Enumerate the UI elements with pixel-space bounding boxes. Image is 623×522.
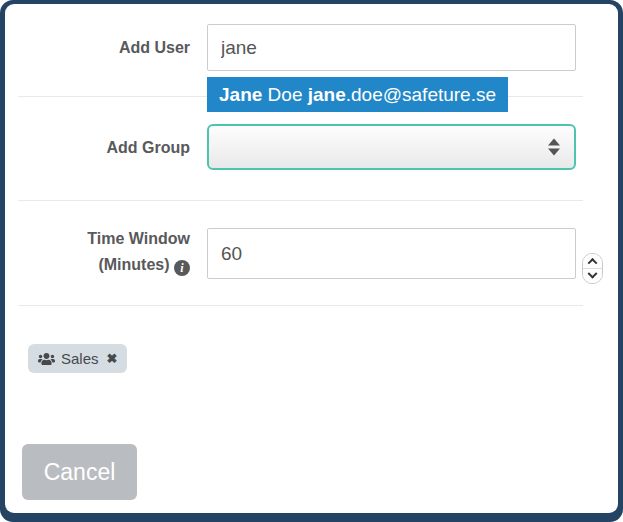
cancel-button[interactable]: Cancel [22,444,137,500]
divider [18,305,583,306]
add-group-label: Add Group [0,135,190,160]
chevron-up-icon [588,257,598,267]
group-tag-sales: Sales ✖ [28,344,127,373]
select-arrows-icon [548,139,560,156]
spinner-down-button[interactable] [583,269,602,283]
users-icon [38,352,55,366]
time-window-label-line2: (Minutes) [98,256,169,273]
spinner-up-button[interactable] [583,254,602,269]
suggestion-name-rest: Doe [262,84,307,105]
add-user-label: Add User [0,35,190,60]
tag-remove-icon[interactable]: ✖ [107,351,118,366]
tag-label: Sales [61,350,99,367]
add-group-select[interactable] [207,124,576,170]
user-suggestion-item[interactable]: Jane Doe jane.doe@safeture.se [207,77,508,112]
time-window-input[interactable] [207,228,576,279]
chevron-down-icon [588,268,598,278]
time-window-label: Time Window (Minutes) i [0,226,190,278]
info-icon[interactable]: i [174,260,190,276]
divider [18,200,583,201]
number-spinner [582,253,603,284]
suggestion-email-match: jane [308,84,346,105]
suggestion-email-rest: .doe@safeture.se [346,84,496,105]
suggestion-name-match: Jane [219,84,262,105]
dialog-frame: Add User Jane Doe jane.doe@safeture.se A… [0,0,623,522]
add-user-input[interactable] [207,24,576,71]
time-window-label-line1: Time Window [87,230,190,247]
